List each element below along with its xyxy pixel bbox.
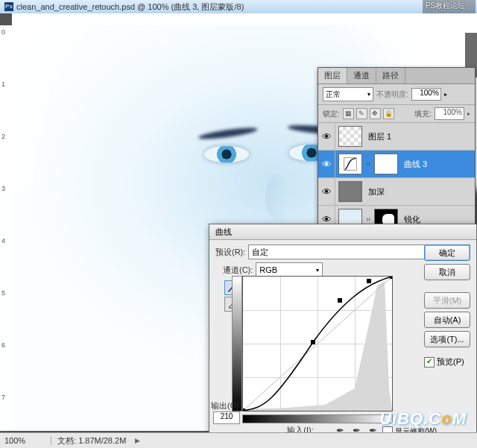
- channel-label: 通道(C):: [223, 265, 253, 276]
- panel-tabs: 图层 通道 路径: [318, 68, 475, 84]
- link-icon[interactable]: ⠶: [365, 160, 371, 168]
- cancel-button[interactable]: 取消: [424, 264, 470, 280]
- svg-rect-5: [367, 279, 371, 283]
- output-gradient: [232, 276, 242, 411]
- preview-checkbox[interactable]: ✔: [424, 357, 435, 367]
- output-label: 输出(O):: [209, 400, 241, 411]
- curves-icon: [342, 157, 358, 171]
- fill-label: 填充:: [414, 109, 432, 119]
- auto-button[interactable]: 自动(A): [424, 312, 470, 328]
- smooth-button[interactable]: 平滑(M): [424, 292, 470, 309]
- lock-transparency-icon[interactable]: ▦: [343, 108, 354, 119]
- svg-rect-6: [390, 277, 392, 279]
- layer-name[interactable]: 曲线 3: [404, 159, 427, 170]
- lock-all-icon[interactable]: 🔒: [383, 108, 394, 119]
- opacity-label: 不透明度:: [376, 89, 408, 100]
- lock-pixels-icon[interactable]: ✎: [356, 108, 367, 119]
- layer-row[interactable]: 👁 图层 1: [318, 123, 475, 151]
- svg-rect-2: [243, 408, 245, 411]
- status-menu-icon[interactable]: ▶: [135, 437, 140, 444]
- layer-name[interactable]: 加深: [368, 186, 385, 198]
- status-doc-size[interactable]: 文档: 1.87M/28.2M: [51, 435, 132, 447]
- app-root: Ps clean_and_creative_retouch.psd @ 100%…: [0, 0, 477, 448]
- curve-grid[interactable]: [242, 276, 393, 411]
- preset-label: 预设(R):: [215, 247, 245, 258]
- fill-input[interactable]: 100%: [435, 107, 464, 120]
- layer-row[interactable]: 👁 ⠶ 曲线 3: [318, 151, 475, 178]
- ruler-vertical[interactable]: 0 1 2 3 4 5 6 7: [0, 25, 13, 431]
- visibility-toggle[interactable]: 👁: [318, 178, 335, 205]
- ok-button[interactable]: 确定: [424, 244, 470, 261]
- layer-row[interactable]: 👁 加深: [318, 178, 475, 206]
- lock-position-icon[interactable]: ✥: [370, 108, 381, 119]
- adjustment-thumb[interactable]: [338, 154, 362, 174]
- watermark-bottom: UiBQ.CoM: [379, 409, 467, 429]
- preview-label: 预览(P): [437, 356, 464, 367]
- output-value-input[interactable]: 210: [213, 411, 240, 424]
- preset-select[interactable]: 自定▾: [248, 244, 452, 259]
- layer-thumb[interactable]: [338, 126, 362, 147]
- channel-select[interactable]: RGB▾: [256, 262, 323, 277]
- dialog-title: 曲线: [215, 227, 232, 238]
- ps-doc-icon: Ps: [4, 2, 13, 11]
- status-bar: 100% 文档: 1.87M/28.2M ▶: [0, 432, 477, 448]
- lock-label: 锁定:: [323, 109, 340, 119]
- doc-filename: clean_and_creative_retouch.psd: [16, 2, 135, 11]
- layer-name[interactable]: 图层 1: [368, 131, 391, 142]
- svg-line-1: [243, 277, 392, 411]
- curve-path[interactable]: [243, 277, 392, 411]
- doc-layer-context: 曲线 3, 图层蒙版/8: [174, 1, 241, 13]
- blend-mode-select[interactable]: 正常▾: [323, 87, 373, 101]
- input-gradient: [242, 414, 393, 423]
- options-button[interactable]: 选项(T)...: [424, 331, 470, 347]
- tab-paths[interactable]: 路径: [376, 68, 405, 83]
- document-titlebar: Ps clean_and_creative_retouch.psd @ 100%…: [0, 0, 477, 13]
- svg-rect-3: [311, 340, 315, 344]
- visibility-toggle[interactable]: 👁: [318, 151, 335, 177]
- tab-channels[interactable]: 通道: [347, 68, 376, 83]
- visibility-toggle[interactable]: 👁: [318, 123, 335, 150]
- opacity-input[interactable]: 100%: [411, 88, 441, 101]
- link-icon[interactable]: ⠶: [365, 215, 371, 223]
- svg-rect-4: [338, 298, 342, 303]
- dialog-titlebar[interactable]: 曲线: [209, 224, 476, 240]
- layer-thumb[interactable]: [338, 181, 362, 202]
- doc-zoom: 100%: [148, 2, 168, 11]
- status-zoom[interactable]: 100%: [0, 436, 51, 445]
- opacity-dropdown-icon[interactable]: ▸: [444, 91, 447, 98]
- mask-thumb[interactable]: [374, 154, 398, 174]
- ruler-horizontal[interactable]: [12, 13, 477, 26]
- layers-panel: 图层 通道 路径 正常▾ 不透明度: 100% ▸ 锁定: ▦ ✎ ✥ 🔒 填充…: [318, 67, 476, 234]
- tab-layers[interactable]: 图层: [318, 68, 347, 83]
- fill-dropdown-icon[interactable]: ▸: [467, 110, 470, 117]
